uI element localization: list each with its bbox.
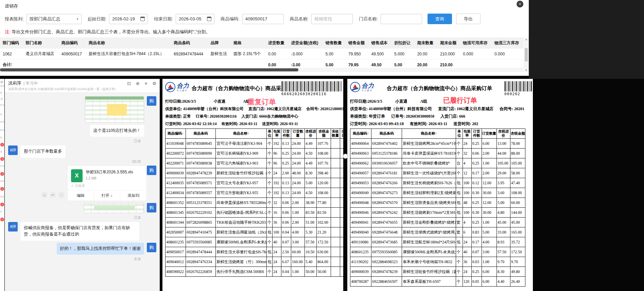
- store-name-input[interactable]: [381, 14, 422, 24]
- avatar[interactable]: 购: [147, 166, 156, 175]
- table-row[interactable]: 4090000396928947478239新鲜生活轻食竹纤维沙拉碗（圆形）个2…: [166, 168, 344, 178]
- table-row[interactable]: 4094900626930010636057炊友中号不锈钢折叠烧烤炉台40.25…: [350, 158, 525, 168]
- menu-icon[interactable]: ≡: [145, 81, 147, 86]
- table-row[interactable]: 4124000346974785089557宜可洁方形鞋刷YKJ-955个192…: [166, 188, 344, 198]
- table-row[interactable]: 4094900496928947476273新鲜生活硅胶料理刷2支/烧烤刷SH包…: [350, 188, 525, 198]
- message-bubble[interactable]: 好的！，那我马上找库控部帮忙下单！谢谢: [57, 243, 144, 255]
- scroll-up-icon[interactable]: ▲: [525, 38, 527, 40]
- conversation-time[interactable]: 9: [0, 150, 2, 153]
- message-bubble[interactable]: 这个是1105店打堆头的！: [90, 125, 144, 137]
- table-row[interactable]: 4124000356974785089571宜可洁大号衣刷YKJ-957个192…: [166, 178, 344, 188]
- avatar[interactable]: 购: [147, 203, 156, 212]
- query-button[interactable]: 查询: [428, 14, 452, 24]
- add-to-button[interactable]: 添加到: [120, 191, 146, 201]
- table-row[interactable]: 4091100866928947473685新鲜生活航空杯180ml*24只SH…: [350, 237, 525, 247]
- conversation-time[interactable]: 9:34: [0, 120, 4, 123]
- table-cell: 398.40: [317, 168, 331, 178]
- conversation-time[interactable]: 9:32: [0, 195, 4, 198]
- table-row[interactable]: 4086012356975593560085康丽缘500ML金刚系列-未来战士3…: [166, 237, 344, 247]
- end-date-input[interactable]: 2026-03-05: [176, 14, 214, 24]
- table-row[interactable]: 4094900636953125378186尚泰卡皮弹盖保温杯ST-781833…: [350, 149, 525, 158]
- table-row[interactable]: 4110390486974785089045宜可洁子母清洁刷YKJ-904个19…: [166, 139, 344, 149]
- unread-badge[interactable]: 2: [0, 218, 4, 221]
- conversation-time[interactable]: 9: [0, 210, 2, 213]
- close-icon[interactable]: ×: [517, 1, 523, 7]
- horizontal-scrollbar[interactable]: [0, 68, 523, 72]
- table-row[interactable]: 4111902026922884698323泰禾米潮小号收纳箱TH-9832个3…: [350, 257, 525, 267]
- scrollbar-thumb[interactable]: [0, 68, 298, 71]
- avatar[interactable]: 购: [147, 96, 156, 106]
- vertical-scrollbar[interactable]: ▲ ▼: [524, 37, 529, 72]
- table-row[interactable]: 4094900536928947476266新鲜生活长柄烧烤刷SH-7626（2…: [350, 178, 525, 188]
- table-row[interactable]: 4022000726974785089090宜可洁长柄锅刷YKJ-909个960…: [166, 149, 344, 158]
- table-row[interactable]: 4022000716974785089038宜可洁六角锅刷YKJ-903个960…: [166, 158, 344, 168]
- table-cell: 3.60: [497, 188, 510, 198]
- message-bubble[interactable]: 你喊供应商报备，但是要确保门店有货发，如果门店有缺货，供应商报备是不会通过的: [20, 222, 139, 241]
- table-row[interactable]: 4094900406928947476648新鲜生活便携式烧烤炉/烧烤用具套60…: [350, 227, 525, 237]
- add-member-icon[interactable]: ⊕: [136, 81, 140, 86]
- edit-file-button[interactable]: 编辑: [68, 191, 94, 201]
- table-row[interactable]: 4086013456926702229102先行锦园锥涤壶-闻系列CSL-25R…: [166, 208, 344, 218]
- logo-caption: 合力超市: [177, 89, 189, 91]
- avatar[interactable]: 莉萍: [8, 146, 18, 155]
- export-button[interactable]: 导出: [456, 14, 481, 24]
- unread-badge[interactable]: 2: [0, 143, 4, 147]
- table-row[interactable]: 4086013526953125378551尚泰弹盖保温杯ST-7855280m…: [166, 198, 344, 208]
- table-row[interactable]: 4094900486928947476570新鲜生活防烫食品夹/烧烤夹SH-76…: [350, 198, 525, 208]
- column-header: 包装率: [463, 129, 471, 139]
- end-date-label: 结束日期:: [154, 16, 173, 22]
- table-row[interactable]: 4085900226926702226859先行伴手礼甄选CSM-500BS（5…: [166, 267, 344, 277]
- chat-contact-name: 况莉萍: [8, 80, 21, 86]
- table-row[interactable]: 4094900646928947476402新鲜生活烧烤网28cm*45cm*1…: [350, 139, 525, 149]
- divider-handle[interactable]: [343, 154, 348, 159]
- table-cell: 5.40: [305, 257, 317, 267]
- conversation-time[interactable]: 子: [0, 97, 3, 101]
- table-cell: 6928947478444: [186, 247, 216, 257]
- conversation-time[interactable]: 9: [0, 113, 2, 116]
- table-row[interactable]: 4094900466928947476242新鲜生活烧烤刷170mm*2支SH-…: [350, 208, 525, 218]
- conversation-time[interactable]: 9:00: [0, 84, 4, 87]
- settings-icon[interactable]: ⚙: [152, 81, 156, 86]
- file-card[interactable]: X 华塑33订单2026.3.555.xls 1.2 MB ✓ 已发送 编辑 打…: [67, 166, 147, 201]
- open-file-button[interactable]: 打开∨: [94, 191, 121, 201]
- table-row[interactable]: 4090000396928947478239新鲜生活轻食竹纤维沙拉碗（圆形个24…: [350, 267, 525, 277]
- unread-badge[interactable]: 2: [0, 157, 4, 161]
- table-cell: 26.40: [510, 277, 525, 287]
- table-row[interactable]: 4086013446972826098865TKK哈兹运动随手杯TKK2033-…: [166, 218, 344, 227]
- table-row[interactable]: 4090400126928947476334新鲜生活烧烤签（竹）300mm*15…: [166, 257, 344, 267]
- start-date-input[interactable]: 2026-02-19: [109, 14, 148, 24]
- table-row[interactable]: 4086012356975593560085康丽缘500ML金刚系列-未来战士3…: [350, 247, 525, 257]
- table-row[interactable]: 4094900576928947476181新鲜生活一次性碳烧炉(方形)SH-7…: [350, 168, 525, 178]
- avatar[interactable]: 莉萍: [8, 222, 18, 232]
- unread-badge[interactable]: 2: [0, 172, 4, 176]
- message-bubble[interactable]: 那个门店下单数量多: [20, 146, 66, 157]
- table-row[interactable]: 4094900416928947476655新鲜生活金刚折叠烧烤炉/烧烤用套40…: [350, 218, 525, 227]
- table-row[interactable]: 4020500076928947410475新鲜生活食品用吸油纸（20cm*20…: [166, 227, 344, 237]
- conversation-time[interactable]: 6:33: [0, 129, 4, 132]
- excel-screenshot-image[interactable]: [85, 96, 144, 123]
- conversation-time[interactable]: 9: [0, 136, 2, 139]
- conversation-list-strip[interactable]: 报9:006子0-2699:346:3392929:3329:3229:3229…: [0, 79, 4, 291]
- quote-icon[interactable]: ↩: [50, 192, 56, 198]
- table-row[interactable]: 4087002876922884656507泰禾森系菜板TH-6507个1200…: [350, 277, 525, 287]
- product-name-input[interactable]: [311, 14, 353, 24]
- conversation-time[interactable]: 9:33: [0, 165, 4, 168]
- unread-badge[interactable]: 2: [0, 203, 4, 206]
- product-code-input[interactable]: [242, 14, 284, 24]
- excel-screenshot-image[interactable]: [84, 203, 144, 213]
- conversation-time[interactable]: 9:32: [0, 179, 4, 183]
- table-cell: [340, 227, 344, 237]
- report-type-select[interactable]: 按部门商品汇总 ▾: [27, 14, 82, 24]
- table-row[interactable]: 4090500176928947478444新鲜生活大容量打包盒SH-7844（…: [166, 247, 344, 257]
- conversation-time[interactable]: 0-26: [0, 103, 4, 106]
- table-row[interactable]: 1062遵义日月星城店409050017新鲜生活大容量打包盒SH-7844（2.…: [0, 49, 523, 59]
- screen-share-icon[interactable]: ⊡: [127, 81, 131, 86]
- reaction-icon[interactable]: ☺: [41, 192, 48, 198]
- more-icon[interactable]: ⋯: [58, 192, 65, 198]
- conversation-time[interactable]: 报: [0, 80, 3, 84]
- conversation-time[interactable]: 6: [0, 91, 2, 94]
- scroll-down-icon[interactable]: ▼: [525, 69, 527, 71]
- avatar[interactable]: 购: [147, 243, 156, 252]
- unread-badge[interactable]: 2: [0, 187, 4, 191]
- scrollbar-thumb[interactable]: [525, 48, 528, 62]
